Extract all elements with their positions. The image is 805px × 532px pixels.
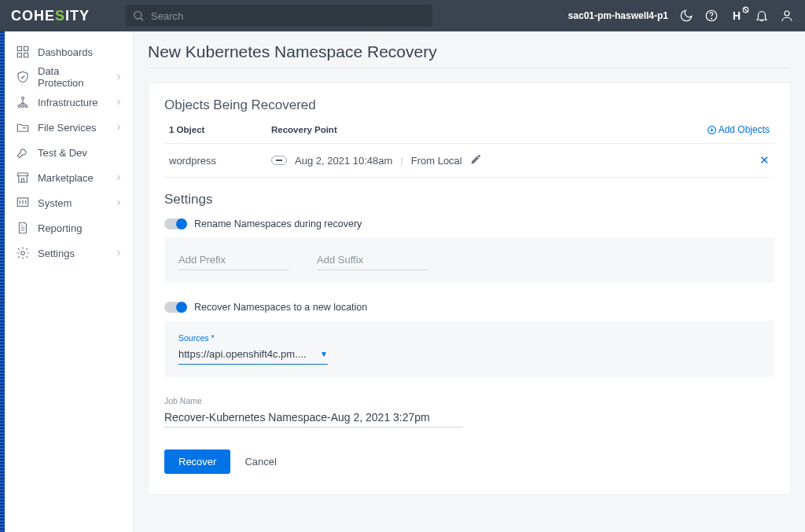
svg-point-11 xyxy=(22,97,24,99)
prefix-input[interactable] xyxy=(178,250,289,270)
svg-rect-8 xyxy=(24,46,28,50)
sidebar-item-marketplace[interactable]: Marketplace xyxy=(5,165,133,190)
svg-rect-7 xyxy=(17,46,21,50)
edit-row-button[interactable] xyxy=(470,153,482,167)
job-name-field: Job Name xyxy=(164,396,774,427)
search-input[interactable] xyxy=(126,5,432,27)
chevron-right-icon xyxy=(114,97,123,107)
dashboard-icon xyxy=(16,45,30,59)
sidebar-item-dashboards[interactable]: Dashboards xyxy=(5,39,133,64)
search-icon xyxy=(132,9,145,22)
svg-point-0 xyxy=(134,12,142,19)
rename-label: Rename Namespaces during recovery xyxy=(194,218,362,229)
chevron-right-icon xyxy=(114,248,123,258)
sources-label: Sources * xyxy=(178,333,760,343)
object-row: wordpress Aug 2, 2021 10:48am | From Loc… xyxy=(164,143,774,178)
store-icon xyxy=(16,171,30,185)
sidebar-label: Data Protection xyxy=(38,65,106,89)
sidebar-label: Reporting xyxy=(38,222,123,234)
bell-icon[interactable] xyxy=(755,9,769,23)
svg-line-5 xyxy=(744,8,748,12)
main-wrap: Dashboards Data Protection Infrastructur… xyxy=(0,31,805,532)
cluster-name: sac01-pm-haswell4-p1 xyxy=(568,10,668,21)
user-icon[interactable] xyxy=(780,9,794,23)
plus-circle-icon xyxy=(707,125,717,135)
moon-icon[interactable] xyxy=(679,9,693,23)
sidebar-item-system[interactable]: System xyxy=(5,190,133,215)
search-wrap xyxy=(126,5,432,27)
gear-icon xyxy=(16,246,30,260)
sidebar-item-settings[interactable]: Settings xyxy=(5,240,133,266)
logo-post: ITY xyxy=(65,8,90,24)
add-objects-button[interactable]: Add Objects xyxy=(707,124,770,135)
svg-line-1 xyxy=(141,18,143,20)
svg-point-3 xyxy=(711,18,712,19)
newloc-panel: Sources * https://api.openshift4c.pm....… xyxy=(164,321,774,377)
sidebar-label: Dashboards xyxy=(38,46,123,58)
sidebar-label: Infrastructure xyxy=(38,97,106,108)
title-divider xyxy=(148,68,791,68)
pencil-icon xyxy=(470,153,482,165)
job-name-input[interactable] xyxy=(164,407,463,427)
infrastructure-icon xyxy=(16,95,30,109)
rename-panel xyxy=(164,237,774,283)
sidebar-item-test-dev[interactable]: Test & Dev xyxy=(5,140,133,165)
content: New Kubernetes Namespace Recovery Object… xyxy=(134,31,805,532)
sources-value: https://api.openshift4c.pm.... xyxy=(178,348,307,360)
sidebar-label: Settings xyxy=(38,248,106,259)
shield-icon xyxy=(16,70,30,84)
recovery-from: From Local xyxy=(411,155,462,167)
rename-toggle[interactable] xyxy=(164,218,186,229)
col-recovery-point: Recovery Point xyxy=(271,125,707,134)
object-name: wordpress xyxy=(169,155,271,167)
sidebar-label: Marketplace xyxy=(38,172,106,184)
sidebar-item-reporting[interactable]: Reporting xyxy=(5,215,133,240)
sidebar: Dashboards Data Protection Infrastructur… xyxy=(5,31,134,532)
svg-rect-9 xyxy=(24,53,28,57)
actions: Recover Cancel xyxy=(164,449,774,474)
sidebar-label: Test & Dev xyxy=(38,147,123,159)
sidebar-label: System xyxy=(38,197,106,209)
chevron-right-icon xyxy=(114,173,123,182)
topbar-right: sac01-pm-haswell4-p1 H xyxy=(568,9,794,23)
top-bar: COHESITY sac01-pm-haswell4-p1 H xyxy=(0,0,805,31)
svg-rect-10 xyxy=(17,53,21,57)
rename-toggle-row: Rename Namespaces during recovery xyxy=(164,218,774,229)
logo-pre: COHE xyxy=(11,8,55,24)
wrench-icon xyxy=(16,145,30,160)
svg-point-16 xyxy=(21,251,25,255)
remove-row-button[interactable]: ✕ xyxy=(759,153,770,167)
svg-point-6 xyxy=(785,11,789,16)
system-icon xyxy=(16,196,30,210)
divider: | xyxy=(400,155,402,167)
svg-point-14 xyxy=(22,105,24,108)
recovery-time: Aug 2, 2021 10:48am xyxy=(295,155,392,167)
logo: COHESITY xyxy=(11,8,90,24)
caret-down-icon: ▼ xyxy=(320,350,328,358)
chevron-right-icon xyxy=(114,198,123,207)
settings-title: Settings xyxy=(164,192,774,207)
sidebar-item-data-protection[interactable]: Data Protection xyxy=(5,64,133,90)
card: Objects Being Recovered 1 Object Recover… xyxy=(148,83,791,495)
objects-header: 1 Object Recovery Point Add Objects xyxy=(164,124,774,143)
help-icon[interactable] xyxy=(704,9,719,23)
svg-point-13 xyxy=(25,105,28,108)
helios-icon[interactable]: H xyxy=(730,9,744,23)
sources-select[interactable]: https://api.openshift4c.pm.... ▼ xyxy=(178,344,328,365)
sources-field: Sources * https://api.openshift4c.pm....… xyxy=(178,333,760,365)
col-object: 1 Object xyxy=(169,125,271,134)
sidebar-item-file-services[interactable]: File Services xyxy=(5,115,133,140)
cancel-button[interactable]: Cancel xyxy=(244,456,276,468)
helios-label: H xyxy=(733,9,741,22)
sidebar-item-infrastructure[interactable]: Infrastructure xyxy=(5,90,133,115)
suffix-input[interactable] xyxy=(317,250,427,270)
chevron-right-icon xyxy=(114,72,123,82)
folder-icon xyxy=(16,120,30,134)
page-title: New Kubernetes Namespace Recovery xyxy=(148,42,791,61)
chevron-right-icon xyxy=(114,123,123,132)
report-icon xyxy=(16,221,30,235)
job-name-label: Job Name xyxy=(164,396,774,405)
recover-button[interactable]: Recover xyxy=(164,449,230,474)
newloc-toggle[interactable] xyxy=(164,302,186,313)
logo-s: S xyxy=(55,8,65,24)
